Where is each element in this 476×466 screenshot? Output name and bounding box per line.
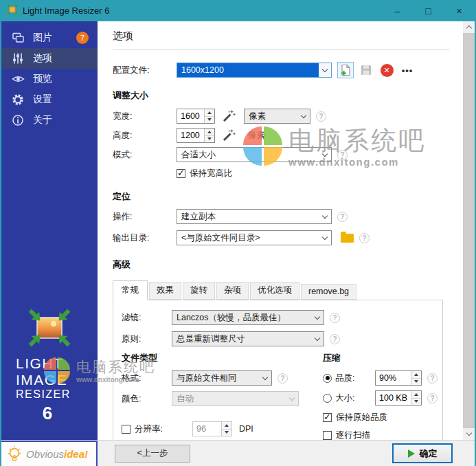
size-spinner[interactable]: 100 KB: [375, 390, 422, 406]
save-profile-button[interactable]: [358, 62, 374, 78]
chevron-down-icon[interactable]: [319, 63, 331, 77]
sidebar-item-images[interactable]: 图片 7: [1, 27, 98, 48]
quality-radio[interactable]: [323, 374, 332, 383]
spin-down-button[interactable]: [205, 117, 214, 124]
width-unit-combobox[interactable]: 像素: [244, 109, 310, 124]
vertical-scrollbar[interactable]: [463, 21, 475, 440]
size-radio[interactable]: [323, 394, 332, 403]
sidebar-item-options[interactable]: 选项: [1, 48, 98, 69]
chevron-down-icon[interactable]: [319, 231, 331, 245]
browse-folder-button[interactable]: [339, 230, 355, 246]
help-icon[interactable]: ?: [337, 212, 348, 222]
output-row: 输出目录: <与原始文件同目录> ?: [113, 230, 449, 246]
sidebar: 图片 7 选项: [1, 21, 98, 440]
help-icon[interactable]: ?: [330, 313, 340, 323]
spin-up-button[interactable]: [411, 371, 421, 379]
mode-row: 模式: 合适大小 ?: [113, 147, 449, 162]
minimize-button[interactable]: –: [382, 0, 413, 21]
ok-button[interactable]: 确定: [392, 443, 453, 463]
sidebar-item-preview[interactable]: 预览: [1, 69, 98, 89]
sidebar-item-about[interactable]: 关于: [1, 110, 98, 131]
policy-combobox[interactable]: 总是重新调整尺寸: [172, 331, 324, 346]
more-options-button[interactable]: •••: [399, 62, 416, 78]
help-icon[interactable]: ?: [330, 334, 340, 344]
width-value[interactable]: 1600: [177, 109, 204, 123]
maximize-button[interactable]: □: [413, 0, 444, 21]
mode-combobox[interactable]: 合适大小: [177, 147, 332, 162]
filter-combobox[interactable]: Lanczos（较慢，品质最佳）: [172, 310, 324, 325]
profile-value: 1600x1200: [177, 63, 319, 77]
format-combobox[interactable]: 与原始文件相同: [172, 370, 272, 386]
help-icon[interactable]: ?: [316, 111, 326, 122]
spin-down-button[interactable]: [411, 379, 421, 386]
spin-down-button[interactable]: [411, 399, 421, 406]
help-icon[interactable]: ?: [427, 373, 438, 384]
tab-effects[interactable]: 效果: [149, 282, 181, 300]
quality-value[interactable]: 90%: [376, 371, 411, 385]
footer-bar: Obviousidea! <上一步 确定: [1, 440, 475, 466]
sidebar-item-settings[interactable]: 设置: [1, 89, 98, 110]
help-icon[interactable]: ?: [337, 150, 348, 160]
delete-profile-button[interactable]: ✕: [378, 62, 395, 78]
new-profile-button[interactable]: [337, 62, 354, 78]
logo-line2: IMAGE: [16, 372, 78, 388]
spin-up-button[interactable]: [205, 129, 214, 136]
spin-down-button[interactable]: [205, 136, 214, 143]
chevron-down-icon[interactable]: [319, 210, 331, 223]
output-combobox[interactable]: <与原始文件同目录>: [177, 230, 332, 245]
size-value[interactable]: 100 KB: [376, 391, 411, 405]
help-icon[interactable]: ?: [359, 233, 370, 243]
spin-up-button[interactable]: [411, 391, 421, 399]
chevron-down-icon[interactable]: [311, 332, 324, 346]
tab-rotate[interactable]: 旋转: [183, 282, 215, 300]
close-button[interactable]: ×: [444, 0, 475, 21]
keep-quality-checkbox[interactable]: [323, 413, 332, 422]
images-icon: [12, 32, 27, 44]
scroll-up-button[interactable]: [463, 21, 475, 33]
keep-quality-row: 保持原始品质: [323, 412, 438, 423]
help-icon[interactable]: ?: [277, 373, 288, 384]
app-logo-icon: [26, 309, 73, 348]
action-combobox[interactable]: 建立副本: [177, 209, 332, 224]
chevron-down-icon[interactable]: [297, 109, 310, 123]
quality-label: 品质:: [335, 373, 375, 384]
scroll-down-button[interactable]: [463, 428, 475, 440]
width-spinner[interactable]: 1600: [177, 109, 215, 124]
chevron-down-icon: [286, 392, 298, 406]
back-button-label: <上一步: [137, 447, 168, 459]
app-window: Light Image Resizer 6 – □ × 图片 7: [0, 0, 476, 466]
position-section-heading: 定位: [113, 190, 449, 203]
tab-removebg[interactable]: remove.bg: [301, 284, 356, 300]
height-value[interactable]: 1200: [177, 129, 204, 142]
chevron-down-icon[interactable]: [311, 311, 324, 324]
magic-wand-icon: [222, 129, 236, 142]
chevron-down-icon[interactable]: [259, 371, 271, 385]
play-arrow-icon: [408, 450, 415, 458]
back-button[interactable]: <上一步: [115, 445, 190, 463]
height-spinner[interactable]: 1200: [177, 128, 215, 143]
profile-row: 配置文件: 1600x1200: [113, 62, 449, 78]
scrollbar-thumb[interactable]: [463, 33, 475, 428]
delete-x-icon: ✕: [381, 64, 394, 77]
auto-height-wand-button[interactable]: [220, 127, 237, 144]
auto-width-wand-button[interactable]: [220, 108, 237, 124]
format-label: 格式:: [122, 373, 172, 384]
size-label: 大小:: [335, 392, 375, 404]
logo-line1: LIGHT: [16, 355, 78, 372]
color-row: 颜色: 自动: [122, 391, 323, 406]
spin-up-button[interactable]: [205, 109, 214, 117]
image-count-badge: 7: [76, 32, 89, 44]
keep-ratio-checkbox[interactable]: [177, 169, 185, 178]
tab-optimization[interactable]: 优化选项: [250, 282, 299, 300]
quality-spinner[interactable]: 90%: [375, 370, 422, 386]
tab-misc[interactable]: 杂项: [216, 282, 249, 300]
progressive-checkbox[interactable]: [323, 431, 332, 440]
keep-quality-label: 保持原始品质: [336, 412, 387, 423]
profile-combobox[interactable]: 1600x1200: [177, 63, 332, 78]
tab-general[interactable]: 常规: [113, 280, 148, 300]
chevron-down-icon[interactable]: [319, 148, 331, 162]
help-icon[interactable]: ?: [427, 393, 438, 403]
width-unit-value: 像素: [245, 109, 297, 123]
brand-wordmark: Obviousidea!: [26, 448, 88, 460]
resolution-checkbox[interactable]: [122, 425, 131, 434]
